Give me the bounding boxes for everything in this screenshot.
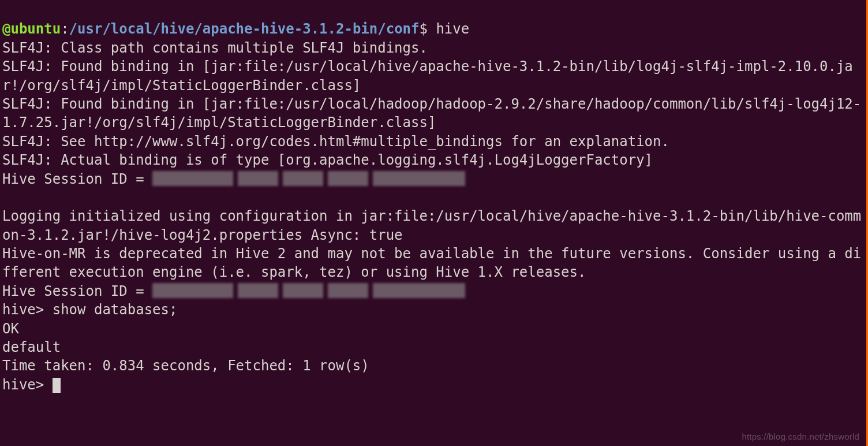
slf4j-line-5: SLF4J: Actual binding is of type [org.ap… — [2, 152, 653, 168]
ok-line: OK — [2, 321, 19, 337]
slf4j-line-1: SLF4J: Class path contains multiple SLF4… — [2, 40, 428, 56]
prompt-sep: : — [61, 21, 69, 37]
cursor-icon — [53, 378, 61, 393]
session-id-2-line: Hive Session ID = — [2, 283, 522, 299]
session-id-2-label: Hive Session ID = — [2, 283, 152, 299]
prompt-dollar: $ — [419, 21, 436, 37]
result-row-1: default — [2, 339, 61, 355]
hive-prompt-current[interactable]: hive> — [2, 377, 61, 393]
session-id-1-line: Hive Session ID = — [2, 171, 522, 187]
slf4j-line-3: SLF4J: Found binding in [jar:file:/usr/l… — [2, 96, 861, 131]
watermark-text: https://blog.csdn.net/zhsworld — [742, 431, 859, 443]
logging-init-line: Logging initialized using configuration … — [2, 208, 861, 243]
hive-prompt-1: hive> — [2, 302, 53, 318]
redacted-session-id-2 — [152, 283, 522, 298]
terminal-output[interactable]: @ubuntu:/usr/local/hive/apache-hive-3.1.… — [2, 1, 864, 394]
session-id-1-label: Hive Session ID = — [2, 171, 152, 187]
command-hive: hive — [436, 21, 469, 37]
hive-command: show databases; — [53, 302, 178, 318]
prompt-path: /usr/local/hive/apache-hive-3.1.2-bin/co… — [69, 21, 420, 37]
user-host: @ubuntu — [2, 21, 61, 37]
deprecated-warning: Hive-on-MR is deprecated in Hive 2 and m… — [2, 246, 861, 280]
slf4j-line-4: SLF4J: See http://www.slf4j.org/codes.ht… — [2, 133, 669, 150]
hive-prompt-2: hive> — [2, 377, 53, 393]
slf4j-line-2: SLF4J: Found binding in [jar:file:/usr/l… — [2, 58, 853, 93]
prompt-line: @ubuntu:/usr/local/hive/apache-hive-3.1.… — [2, 21, 469, 37]
redacted-session-id-1 — [152, 171, 522, 186]
timing-line: Time taken: 0.834 seconds, Fetched: 1 ro… — [2, 358, 369, 374]
hive-cmd-line: hive> show databases; — [2, 302, 177, 318]
